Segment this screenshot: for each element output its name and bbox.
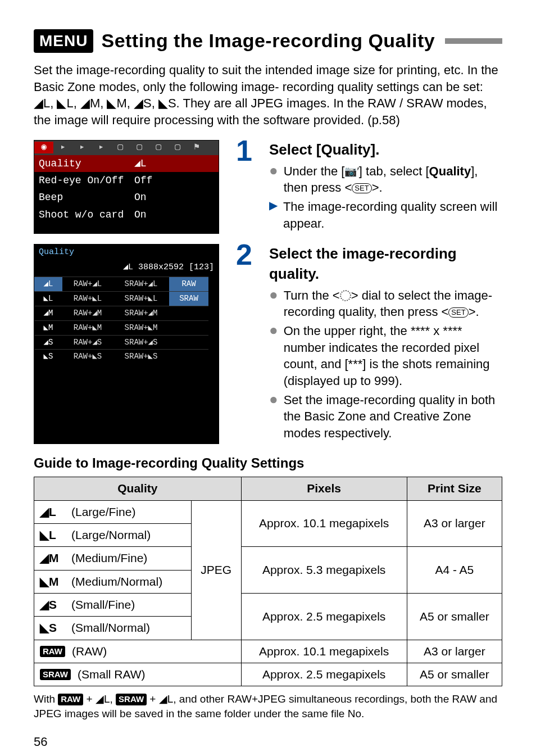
menu-tab: ▢: [130, 142, 149, 154]
quality-icon: ◣L: [40, 527, 65, 543]
print-cell: A3 or larger: [407, 640, 502, 663]
quality-name: (Medium/Normal): [71, 574, 162, 590]
bullet-dot-icon: ●: [269, 287, 278, 320]
step1-row: ◉ ▸ ▸ ▸ ▢ ▢ ▢ ▢ ⚑ Quality ◢L Red-eye On/…: [34, 140, 502, 234]
guide-title: Guide to Image-recording Quality Setting…: [34, 454, 502, 472]
menu-tab: ⚑: [187, 142, 206, 154]
menu-rows: Quality ◢L Red-eye On/Off Off Beep On Sh…: [34, 155, 219, 223]
bullet-dot-icon: ●: [269, 392, 278, 442]
menu-row: Red-eye On/Off Off: [34, 172, 219, 189]
table-cell: ◣L(Large/Normal): [34, 523, 192, 546]
menu-row: Shoot w/o card On: [34, 206, 219, 223]
quality-icon: ◣S: [40, 620, 65, 636]
t: Under the [: [284, 164, 345, 178]
table-cell: ◣S(Small/Normal): [34, 617, 192, 640]
quality-name: (Medium/Fine): [71, 550, 147, 566]
t: With: [34, 693, 58, 705]
table-cell: ◢S(Small/Fine): [34, 593, 192, 616]
intro-paragraph: Set the image-recording quality to suit …: [34, 62, 502, 129]
step1-body: Select [Quality]. ● Under the [📷′] tab, …: [269, 140, 502, 234]
table-cell: ◢M(Medium/Fine): [34, 547, 192, 570]
quality-name: (Small/Fine): [71, 597, 135, 613]
menu-row-label: Red-eye On/Off: [39, 174, 134, 187]
qcell: [169, 349, 208, 364]
footnote: With RAW + ◢L, SRAW + ◢L, and other RAW+…: [34, 692, 502, 721]
qcell: SRAW+◢S: [113, 335, 169, 350]
step-number-1: 1: [236, 138, 252, 234]
table-cell: RAW(RAW): [34, 640, 242, 663]
menu-tab: ▢: [149, 142, 168, 154]
qcell: RAW: [169, 277, 208, 291]
qcell: SRAW+◢L: [113, 277, 169, 291]
table-cell: SRAW(Small RAW): [34, 663, 242, 686]
triangle-icon: ▶: [269, 198, 278, 232]
intro-line: Set the image-recording quality to suit …: [34, 63, 393, 77]
set-button-icon: SET: [448, 307, 468, 318]
bullet: ● Turn the <> dial to select the image-r…: [269, 287, 502, 320]
bullet-text: Set the image-recording quality in both …: [284, 392, 502, 442]
th-print: Print Size: [407, 477, 502, 500]
pixels-cell: Approx. 2.5 megapixels: [241, 663, 407, 686]
pixels-cell: Approx. 10.1 megapixels: [241, 640, 407, 663]
qcell: RAW+◢M: [62, 306, 113, 320]
sraw-badge-icon: SRAW: [40, 669, 71, 680]
step2-title: Select the image-recording quality.: [269, 244, 502, 283]
bullet: ▶ The image-recording quality screen wil…: [269, 198, 502, 232]
bullet: ● Set the image-recording quality in bot…: [269, 392, 502, 442]
quality-name: (Small/Normal): [71, 620, 150, 636]
step-number-2: 2: [236, 242, 252, 443]
jpeg-label: JPEG: [191, 500, 241, 640]
step1-title: Select [Quality].: [269, 140, 502, 160]
quality-title: Quality: [34, 245, 219, 260]
bullet-dot-icon: ●: [269, 323, 278, 390]
qcell: SRAW+◣M: [113, 320, 169, 335]
menu-row-value: ◢L: [134, 157, 147, 170]
bullet-text: The image-recording quality screen will …: [283, 198, 502, 232]
bullet-dot-icon: ●: [269, 163, 278, 196]
qcell: ◣S: [34, 349, 62, 364]
qcell: [169, 320, 208, 335]
pixels-cell: Approx. 10.1 megapixels: [241, 500, 407, 547]
qcell: SRAW+◢M: [113, 306, 169, 320]
intro-line: will require processing with the softwar…: [92, 113, 400, 127]
menu-tab: ▸: [92, 142, 111, 154]
page-number: 56: [34, 734, 502, 750]
quality-icon: ◢L: [40, 504, 65, 520]
qcell: RAW+◣M: [62, 320, 113, 335]
menu-tab: ▸: [72, 142, 92, 154]
menu-badge: MENU: [34, 29, 93, 53]
menu-row-value: Off: [134, 174, 152, 187]
dial-icon: [340, 290, 351, 301]
qcell: [169, 335, 208, 350]
sraw-badge-icon: SRAW: [116, 694, 147, 705]
menu-row: Quality ◢L: [34, 155, 219, 172]
print-cell: A4 - A5: [407, 547, 502, 594]
menu-row: Beep On: [34, 189, 219, 206]
quality-name: (Large/Normal): [71, 527, 151, 543]
menu-tab: ▸: [53, 142, 72, 154]
quality-name: (Large/Fine): [71, 504, 135, 520]
quality-icon: ◣M: [40, 574, 65, 590]
menu-screenshot-2: Quality ◢L 3888x2592 [123] ◢LRAW+◢LSRAW+…: [34, 244, 219, 443]
table-cell: ◢L(Large/Fine): [34, 500, 192, 523]
menu-row-label: Shoot w/o card: [39, 208, 134, 221]
qcell: RAW+◢S: [62, 335, 113, 350]
qcell: ◣L: [34, 291, 62, 306]
th-quality: Quality: [34, 477, 242, 500]
menu-row-value: On: [134, 191, 147, 204]
qcell: RAW+◣S: [62, 349, 113, 364]
qcell: ◢S: [34, 335, 62, 350]
menu-row-label: Quality: [39, 157, 134, 170]
quality-info: ◢L 3888x2592 [123]: [34, 261, 219, 277]
pixels-cell: Approx. 2.5 megapixels: [241, 593, 407, 640]
bullet: ● On the upper right, the **** x **** nu…: [269, 323, 502, 390]
t: Quality: [429, 164, 471, 178]
title-row: MENU Setting the Image-recording Quality: [34, 28, 502, 54]
title-bar: [445, 38, 502, 44]
qcell: ◢M: [34, 306, 62, 320]
bullet-text: Turn the <> dial to select the image-rec…: [284, 287, 502, 320]
page-title: Setting the Image-recording Quality: [101, 28, 435, 54]
set-button-icon: SET: [352, 183, 371, 193]
qcell: RAW+◢L: [62, 277, 113, 291]
bullet-text: Under the [📷′] tab, select [Quality], th…: [284, 163, 502, 196]
